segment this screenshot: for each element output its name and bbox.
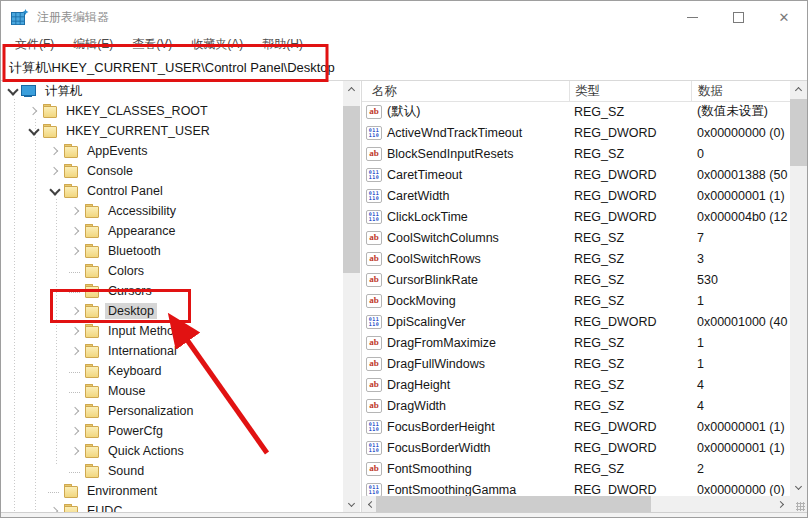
value-row-cursorblinkrate[interactable]: abCursorBlinkRateREG_SZ530 bbox=[362, 269, 790, 290]
value-row-blocksendinputresets[interactable]: abBlockSendInputResetsREG_SZ0 bbox=[362, 143, 790, 164]
tree-item-powercfg[interactable]: PowerCfg bbox=[1, 421, 343, 441]
column-header-data[interactable]: 数据 bbox=[691, 81, 790, 101]
tree-item-desktop[interactable]: Desktop bbox=[1, 301, 343, 321]
menu-item[interactable]: 帮助(H) bbox=[257, 34, 308, 55]
scroll-down-icon[interactable] bbox=[790, 479, 807, 496]
tree-item-bluetooth[interactable]: Bluetooth bbox=[1, 241, 343, 261]
column-header-name[interactable]: 名称 bbox=[362, 81, 569, 101]
value-row-dragfullwindows[interactable]: abDragFullWindowsREG_SZ1 bbox=[362, 353, 790, 374]
tree-item-sound[interactable]: Sound bbox=[1, 461, 343, 481]
value-row-dragwidth[interactable]: abDragWidthREG_SZ4 bbox=[362, 395, 790, 416]
value-row-coolswitchcolumns[interactable]: abCoolSwitchColumnsREG_SZ7 bbox=[362, 227, 790, 248]
chevron-collapsed-icon[interactable] bbox=[68, 423, 84, 439]
value-name-cell: 011110ActiveWndTrackTimeout bbox=[362, 126, 569, 140]
string-value-icon: ab bbox=[366, 399, 382, 413]
hscrollbar-thumb[interactable] bbox=[376, 496, 651, 513]
value-name-cell: 011110FocusBorderWidth bbox=[362, 441, 569, 455]
minimize-button[interactable] bbox=[669, 1, 715, 33]
tree-item-accessibility[interactable]: Accessibility bbox=[1, 201, 343, 221]
value-name-cell: 011110FontSmoothingGamma bbox=[362, 483, 569, 497]
tree-item-cursors[interactable]: Cursors bbox=[1, 281, 343, 301]
tree-item-console[interactable]: Console bbox=[1, 161, 343, 181]
folder-icon bbox=[84, 244, 100, 258]
tree-item-input-method[interactable]: Input Method bbox=[1, 321, 343, 341]
column-header-type[interactable]: 类型 bbox=[569, 81, 691, 101]
list-horizontal-scrollbar[interactable] bbox=[362, 496, 790, 513]
tree-item-mouse[interactable]: Mouse bbox=[1, 381, 343, 401]
value-type: REG_SZ bbox=[569, 231, 691, 245]
value-data: 0 bbox=[691, 147, 790, 161]
list-vertical-scrollbar[interactable] bbox=[790, 81, 807, 496]
chevron-collapsed-icon[interactable] bbox=[68, 223, 84, 239]
menu-item[interactable]: 查看(V) bbox=[127, 34, 177, 55]
string-value-icon: ab bbox=[366, 294, 382, 308]
value-row-fontsmoothing[interactable]: abFontSmoothingREG_SZ2 bbox=[362, 458, 790, 479]
value-row-dragfrommaximize[interactable]: abDragFromMaximizeREG_SZ1 bbox=[362, 332, 790, 353]
tree-item-quick-actions[interactable]: Quick Actions bbox=[1, 441, 343, 461]
chevron-collapsed-icon[interactable] bbox=[68, 203, 84, 219]
string-value-icon: ab bbox=[366, 378, 382, 392]
menu-item[interactable]: 文件(F) bbox=[10, 34, 59, 55]
value-name-cell: abBlockSendInputResets bbox=[362, 147, 569, 161]
tree-item-appearance[interactable]: Appearance bbox=[1, 221, 343, 241]
chevron-collapsed-icon[interactable] bbox=[68, 323, 84, 339]
value-row-dragheight[interactable]: abDragHeightREG_SZ4 bbox=[362, 374, 790, 395]
tree-item-international[interactable]: International bbox=[1, 341, 343, 361]
chevron-collapsed-icon[interactable] bbox=[47, 163, 63, 179]
tree-item-control-panel[interactable]: Control Panel bbox=[1, 181, 343, 201]
value-row-coolswitchrows[interactable]: abCoolSwitchRowsREG_SZ3 bbox=[362, 248, 790, 269]
scroll-up-icon[interactable] bbox=[343, 81, 360, 98]
value-data: 7 bbox=[691, 231, 790, 245]
value-row-fontsmoothinggamma[interactable]: 011110FontSmoothingGammaREG_DWORD0x00000… bbox=[362, 479, 790, 496]
value-name: FocusBorderWidth bbox=[387, 441, 491, 455]
value-name: ActiveWndTrackTimeout bbox=[387, 126, 522, 140]
value-row-默认[interactable]: ab(默认)REG_SZ(数值未设置) bbox=[362, 101, 790, 122]
chevron-expanded-icon[interactable] bbox=[26, 123, 42, 139]
value-name: DragFullWindows bbox=[387, 357, 485, 371]
list-scrollbar-thumb[interactable] bbox=[790, 99, 807, 166]
value-row-carettimeout[interactable]: 011110CaretTimeoutREG_DWORD0x00001388 (5… bbox=[362, 164, 790, 185]
tree-scrollbar-thumb[interactable] bbox=[343, 106, 360, 273]
menu-item[interactable]: 收藏夹(A) bbox=[186, 34, 248, 55]
value-row-caretwidth[interactable]: 011110CaretWidthREG_DWORD0x00000001 (1) bbox=[362, 185, 790, 206]
value-name: ClickLockTime bbox=[387, 210, 468, 224]
tree-item-hkey-current-user[interactable]: HKEY_CURRENT_USER bbox=[1, 121, 343, 141]
tree-item-计算机[interactable]: 计算机 bbox=[1, 81, 343, 101]
close-button[interactable]: ✕ bbox=[761, 1, 807, 33]
value-row-focusborderheight[interactable]: 011110FocusBorderHeightREG_DWORD0x000000… bbox=[362, 416, 790, 437]
chevron-collapsed-icon[interactable] bbox=[68, 243, 84, 259]
scroll-up-icon[interactable] bbox=[790, 81, 807, 98]
chevron-collapsed-icon[interactable] bbox=[68, 343, 84, 359]
chevron-collapsed-icon[interactable] bbox=[68, 443, 84, 459]
resize-grip-icon[interactable] bbox=[796, 502, 805, 511]
value-data: 1 bbox=[691, 336, 790, 350]
tree-item-label: Mouse bbox=[105, 383, 149, 399]
tree-item-appevents[interactable]: AppEvents bbox=[1, 141, 343, 161]
tree-item-hkey-classes-root[interactable]: HKEY_CLASSES_ROOT bbox=[1, 101, 343, 121]
tree-item-environment[interactable]: Environment bbox=[1, 481, 343, 501]
value-row-activewndtracktimeout[interactable]: 011110ActiveWndTrackTimeoutREG_DWORD0x00… bbox=[362, 122, 790, 143]
chevron-expanded-icon[interactable] bbox=[5, 83, 21, 99]
chevron-collapsed-icon[interactable] bbox=[68, 403, 84, 419]
scroll-down-icon[interactable] bbox=[343, 496, 360, 513]
chevron-expanded-icon[interactable] bbox=[47, 183, 63, 199]
value-row-clicklocktime[interactable]: 011110ClickLockTimeREG_DWORD0x000004b0 (… bbox=[362, 206, 790, 227]
scroll-right-icon[interactable] bbox=[773, 496, 790, 513]
maximize-button[interactable] bbox=[715, 1, 761, 33]
tree-item-colors[interactable]: Colors bbox=[1, 261, 343, 281]
address-bar[interactable]: 计算机\HKEY_CURRENT_USER\Control Panel\Desk… bbox=[1, 55, 807, 81]
chevron-collapsed-icon[interactable] bbox=[68, 303, 84, 319]
value-data: 3 bbox=[691, 252, 790, 266]
chevron-collapsed-icon[interactable] bbox=[47, 143, 63, 159]
window-bottom-frame bbox=[1, 512, 807, 517]
value-row-focusborderwidth[interactable]: 011110FocusBorderWidthREG_DWORD0x0000000… bbox=[362, 437, 790, 458]
menu-item[interactable]: 编辑(E) bbox=[68, 34, 118, 55]
folder-icon bbox=[84, 204, 100, 218]
value-row-dpiscalingver[interactable]: 011110DpiScalingVerREG_DWORD0x00001000 (… bbox=[362, 311, 790, 332]
tree-vertical-scrollbar[interactable] bbox=[343, 81, 360, 513]
tree-item-keyboard[interactable]: Keyboard bbox=[1, 361, 343, 381]
chevron-collapsed-icon[interactable] bbox=[26, 103, 42, 119]
tree-item-personalization[interactable]: Personalization bbox=[1, 401, 343, 421]
value-row-dockmoving[interactable]: abDockMovingREG_SZ1 bbox=[362, 290, 790, 311]
address-bar-value: 计算机\HKEY_CURRENT_USER\Control Panel\Desk… bbox=[9, 59, 335, 77]
